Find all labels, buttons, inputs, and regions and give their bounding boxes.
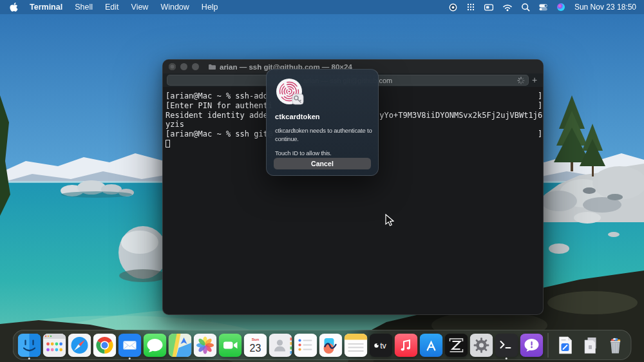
dock-item-photos[interactable] [193, 330, 218, 359]
zed-icon [444, 334, 468, 357]
new-tab-button[interactable]: + [529, 74, 540, 86]
reminders-icon [294, 334, 317, 357]
zoom-button[interactable] [192, 63, 199, 70]
dock-item-trash[interactable] [603, 330, 628, 359]
key-badge-icon [292, 94, 303, 104]
dock-item-zed[interactable] [444, 330, 469, 359]
dock-item-mail[interactable] [117, 330, 142, 359]
trash-icon [603, 334, 627, 357]
dock-item-tv[interactable]: tv [368, 330, 393, 359]
mouse-cursor [385, 214, 394, 227]
freeform-icon [319, 334, 342, 357]
dock-item-finder[interactable] [17, 330, 42, 359]
dock-item-messages[interactable] [142, 330, 167, 359]
control-center-icon[interactable] [538, 3, 548, 12]
menu-view[interactable]: View [131, 3, 149, 12]
feedback-icon [520, 334, 543, 357]
dock-item-reminders[interactable] [293, 330, 318, 359]
wifi-icon[interactable] [502, 3, 513, 12]
doc-blue-icon [553, 334, 576, 357]
folder-icon [208, 64, 216, 70]
finder-icon [17, 334, 41, 357]
safari-icon [68, 334, 91, 357]
terminal-text: ] [538, 101, 542, 110]
svg-text:tv: tv [380, 341, 386, 350]
cancel-button[interactable]: Cancel [274, 158, 371, 169]
tv-icon: tv [369, 334, 392, 357]
contacts-icon [269, 334, 292, 357]
terminal-icon [495, 334, 518, 357]
terminal-text: yzis [166, 120, 184, 129]
dock-item-safari[interactable] [67, 330, 92, 359]
terminal-text: yYo+T9M3V8iiDYONMSvx2k5Fj2ujVBWt1j6 [379, 111, 542, 120]
apple-menu[interactable] [10, 3, 18, 12]
running-indicator [505, 357, 507, 360]
photos-icon [193, 334, 216, 357]
dock-item-doc-stack[interactable] [578, 330, 603, 359]
music-icon [394, 334, 417, 357]
minimize-button[interactable] [180, 63, 187, 70]
dock-item-doc-blue[interactable] [553, 330, 578, 359]
launchpad-icon [43, 334, 66, 357]
terminal-text: [Enter PIN for authenti [166, 101, 272, 110]
dock-item-calendar[interactable]: Sun23 [243, 330, 268, 359]
settings-icon [469, 334, 493, 357]
dock-item-music[interactable] [393, 330, 419, 359]
app-grid-icon[interactable] [466, 3, 475, 12]
apple-logo-icon [10, 3, 18, 12]
running-indicator [28, 357, 30, 360]
menu-bar: TerminalShellEditViewWindowHelp Sun Nov … [0, 0, 644, 14]
display-icon[interactable] [484, 3, 494, 12]
doc-stack-icon [578, 334, 601, 357]
mail-icon [118, 334, 141, 357]
calendar-icon: Sun23 [243, 334, 267, 357]
running-indicator [128, 357, 131, 360]
dock-item-notes[interactable] [343, 330, 368, 359]
menu-help[interactable]: Help [202, 3, 218, 12]
terminal-text: ] [538, 129, 542, 138]
menu-window[interactable]: Window [160, 3, 189, 12]
touch-id-icon [275, 77, 305, 107]
dock-item-chrome[interactable] [92, 330, 117, 359]
maps-icon [168, 334, 191, 357]
dock-item-launchpad[interactable] [42, 330, 67, 359]
chrome-icon [93, 334, 116, 357]
spotlight-icon[interactable] [521, 3, 530, 12]
dialog-title: ctkcardtoken [275, 113, 370, 120]
facetime-icon [218, 334, 242, 357]
svg-text:23: 23 [249, 343, 261, 354]
close-button[interactable] [169, 63, 176, 70]
terminal-text: [arian@Mac ~ % ssh git@ [166, 129, 272, 138]
busy-spinner-icon [517, 77, 525, 84]
dock-separator [548, 333, 549, 357]
dock-item-freeform[interactable] [318, 330, 343, 359]
menu-shell[interactable]: Shell [75, 3, 93, 12]
dock-item-contacts[interactable] [268, 330, 293, 359]
terminal-text: [arian@Mac ~ % ssh-add [166, 91, 268, 100]
terminal-cursor [166, 140, 170, 148]
auth-dialog: ctkcardtoken ctkcardtoken needs to authe… [266, 69, 379, 176]
menu-terminal[interactable]: Terminal [30, 3, 62, 12]
dock-item-settings[interactable] [469, 330, 494, 359]
dock-item-appstore[interactable] [419, 330, 444, 359]
notes-icon [344, 334, 367, 357]
dialog-message: ctkcardtoken needs to authenticate to co… [275, 126, 373, 144]
dock-item-maps[interactable] [167, 330, 193, 359]
menu-bar-clock[interactable]: Sun Nov 23 18:50 [574, 3, 636, 12]
terminal-text: ] [538, 91, 542, 100]
menu-edit[interactable]: Edit [105, 3, 119, 12]
dialog-instruction: Touch ID to allow this. [275, 149, 370, 157]
siri-icon[interactable] [556, 3, 565, 12]
record-indicator-icon[interactable] [448, 3, 458, 12]
appstore-icon [419, 334, 442, 357]
svg-text:Sun: Sun [251, 336, 259, 341]
terminal-text: Resident identity adde [166, 111, 268, 120]
dock-item-facetime[interactable] [218, 330, 243, 359]
dock-item-terminal[interactable] [494, 330, 519, 359]
desktop: TerminalShellEditViewWindowHelp Sun Nov … [0, 0, 644, 362]
messages-icon [143, 334, 166, 357]
dock-item-feedback[interactable] [519, 330, 544, 359]
dock: Sun23tv [13, 330, 632, 360]
